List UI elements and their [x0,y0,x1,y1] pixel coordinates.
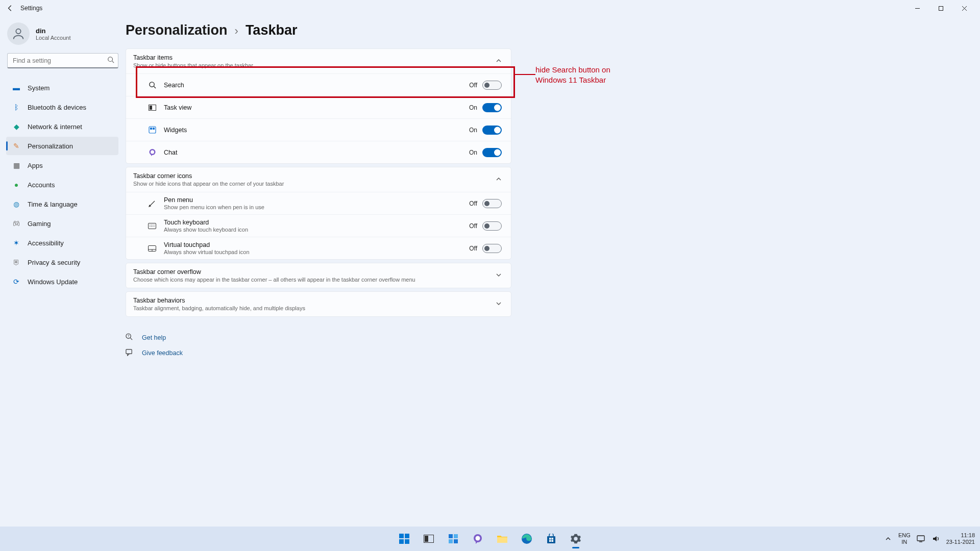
panel-taskbar-behaviors[interactable]: Taskbar behaviors Taskbar alignment, bad… [126,291,511,317]
nav-apps[interactable]: ▦Apps [6,156,118,174]
nav-label: Accounts [28,181,55,189]
file-explorer-button[interactable] [492,529,512,549]
search-toggle[interactable] [482,81,502,90]
nav-bluetooth[interactable]: ᛒBluetooth & devices [6,98,118,116]
svg-rect-27 [425,536,428,542]
minimize-button[interactable] [905,0,929,16]
language-indicator[interactable]: ENGIN [898,532,911,545]
panel-corner-icons: Taskbar corner icons Show or hide icons … [126,167,511,260]
svg-rect-29 [454,534,458,538]
link-label: Get help [142,334,166,341]
svg-rect-38 [552,538,554,540]
pen-toggle[interactable] [482,199,502,208]
chat-toggle[interactable] [482,148,502,157]
row-label: Touch keyboard [164,219,469,226]
panel-header-corner-icons[interactable]: Taskbar corner icons Show or hide icons … [126,167,511,192]
row-search: Search Off [126,73,511,96]
chat-button[interactable] [468,529,488,549]
row-taskview: Task view On [126,96,511,118]
svg-rect-37 [549,538,551,540]
nav-gaming[interactable]: 🎮︎Gaming [6,214,118,233]
panel-subtitle: Taskbar alignment, badging, automaticall… [133,305,305,311]
annotation-text: hide Search button on Windows 11 Taskbar [535,65,610,86]
row-label: Pen menu [164,196,469,204]
search-input[interactable] [7,53,118,68]
annotation-line2: Windows 11 Taskbar [535,75,610,85]
nav-accounts[interactable]: ●Accounts [6,176,118,194]
taskview-toggle[interactable] [482,103,502,112]
chevron-up-icon [496,57,502,66]
user-block[interactable]: din Local Account [7,21,118,53]
start-button[interactable] [394,529,414,549]
widgets-button[interactable] [443,529,463,549]
chat-icon [135,148,161,156]
chevron-up-icon [496,175,502,184]
get-help-link[interactable]: ? Get help [126,330,511,345]
row-pen-menu: Pen menuShow pen menu icon when pen is i… [126,192,511,214]
panel-taskbar-items: Taskbar items Show or hide buttons that … [126,48,511,164]
virtual-touchpad-toggle[interactable] [482,244,502,253]
nav-network[interactable]: ◆Network & internet [6,117,118,136]
close-button[interactable] [952,0,976,16]
windows-taskbar: ENGIN 11:1823-11-2021 [0,527,980,551]
nav-time[interactable]: ◍Time & language [6,195,118,213]
wifi-icon: ◆ [12,122,20,131]
back-button[interactable] [4,2,16,14]
svg-line-8 [154,86,156,88]
row-sublabel: Show pen menu icon when pen is in use [164,204,469,210]
settings-button[interactable] [566,529,586,549]
gamepad-icon: 🎮︎ [12,219,20,228]
nav-update[interactable]: ⟳Windows Update [6,272,118,291]
network-tray-icon[interactable] [916,535,926,542]
nav-privacy[interactable]: ⛨Privacy & security [6,253,118,271]
panel-title: Taskbar corner icons [133,172,284,180]
brush-icon: ✎ [12,142,20,150]
nav-label: Network & internet [28,123,82,131]
toggle-state: Off [469,222,477,230]
toggle-state: Off [469,200,477,207]
window-controls [905,0,976,16]
breadcrumb: Personalization › Taskbar [126,22,980,38]
main-content: Personalization › Taskbar Taskbar items … [126,16,980,527]
clock[interactable]: 11:1823-11-2021 [946,532,975,545]
svg-rect-41 [917,536,924,541]
user-account-type: Local Account [36,35,71,41]
widgets-toggle[interactable] [482,126,502,135]
toggle-state: On [469,104,477,111]
svg-rect-34 [497,537,507,543]
svg-line-23 [130,338,132,340]
svg-rect-13 [153,128,155,130]
svg-rect-25 [126,349,132,353]
touchpad-icon [135,245,161,252]
svg-point-15 [151,151,154,154]
panel-header-overflow: Taskbar corner overflow Choose which ico… [126,263,511,288]
give-feedback-link[interactable]: Give feedback [126,345,511,361]
toggle-state: Off [469,82,477,89]
toggle-state: Off [469,245,477,252]
windows-logo-icon [399,534,409,544]
volume-tray-icon[interactable] [931,535,941,542]
taskview-button[interactable] [419,529,439,549]
nav-personalization[interactable]: ✎Personalization [6,137,118,155]
toggle-state: On [469,127,477,134]
pen-icon [135,199,161,208]
nav-label: Personalization [28,142,73,150]
svg-rect-36 [547,536,555,543]
panel-title: Taskbar behaviors [133,297,305,304]
nav-accessibility[interactable]: ✶Accessibility [6,234,118,252]
store-button[interactable] [541,529,561,549]
nav-system[interactable]: ▬System [6,79,118,97]
svg-rect-16 [149,223,156,229]
tray-overflow-button[interactable] [883,536,893,541]
panel-header-taskbar-items[interactable]: Taskbar items Show or hide buttons that … [126,49,511,73]
nav-label: Time & language [28,201,78,208]
sidebar: din Local Account ▬System ᛒBluetooth & d… [0,16,126,527]
breadcrumb-parent[interactable]: Personalization [126,22,228,38]
panel-corner-overflow[interactable]: Taskbar corner overflow Choose which ico… [126,263,511,288]
panel-subtitle: Show or hide icons that appear on the co… [133,181,284,187]
row-label: Widgets [164,127,469,134]
maximize-button[interactable] [929,0,952,16]
row-label: Task view [164,104,469,111]
touch-keyboard-toggle[interactable] [482,221,502,231]
edge-button[interactable] [517,529,537,549]
